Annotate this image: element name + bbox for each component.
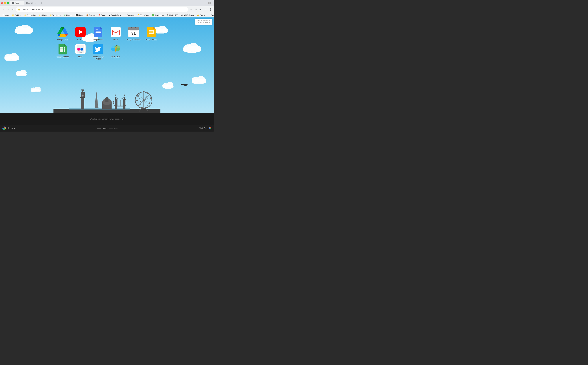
address-bar[interactable]: 🔒 Chrome chrome://apps <box>16 7 189 12</box>
bookmark-amazon-label: Amazon <box>89 14 95 16</box>
bookmark-mmo-label: MMO-Champ <box>184 14 194 16</box>
bookmark-affiliate[interactable]: 📁 Affiliate <box>37 13 48 17</box>
svg-point-16 <box>25 27 33 34</box>
bookmark-mmo[interactable]: 🎮 MMO-Champ <box>180 13 196 17</box>
web-store-label: Web Store <box>200 127 208 129</box>
bookmark-gmail[interactable]: M Gmail <box>97 13 107 17</box>
folder-icon-2: 📁 <box>24 14 26 16</box>
app-tweetdeck[interactable]: TweetDeck by Twitter <box>90 44 106 60</box>
page-dot-1[interactable]: Apps <box>97 127 106 129</box>
bookmark-apps[interactable]: Apps <box>1 13 10 17</box>
page-1-label: Apps <box>102 127 106 129</box>
flickr-icon: flickr <box>75 44 86 55</box>
libsyn-icon: L <box>76 14 78 16</box>
app-youtube[interactable]: YouTube <box>73 27 88 41</box>
bookmark-libsyn[interactable]: L Libsyn <box>74 13 85 17</box>
app-google-docs[interactable]: Google Docs <box>90 27 106 41</box>
bookmark-bjk[interactable]: 🔑 BJK cPanel <box>136 13 150 17</box>
svg-rect-83 <box>69 108 130 110</box>
svg-marker-92 <box>95 90 98 108</box>
bookmark-amazon[interactable]: 📦 Amazon <box>85 13 97 17</box>
bookmark-apps-label: Apps <box>5 14 9 16</box>
svg-rect-7 <box>210 3 211 4</box>
google-drive-icon <box>57 27 68 37</box>
close-button[interactable] <box>1 2 3 4</box>
app-pixlr[interactable]: Pixlr Editor <box>108 44 123 60</box>
lock-icon: 🔒 <box>18 8 20 11</box>
cloud-1 <box>14 24 34 35</box>
tab-apps[interactable]: Apps ✕ <box>10 1 24 5</box>
toolbar-actions: ☆ ⋮ <box>189 7 213 12</box>
bookmark-flexjobs[interactable]: f Flexjobs <box>62 13 74 17</box>
bookmark-podcasting[interactable]: 📁 Podcasting <box>23 13 37 17</box>
svg-marker-104 <box>115 95 116 97</box>
next-page-arrow[interactable]: › <box>211 69 212 73</box>
bookmark-affiliate-label: Affiliate <box>41 14 47 16</box>
cast-button[interactable] <box>194 7 198 12</box>
minimize-button[interactable] <box>4 2 6 4</box>
window-icon-area <box>207 2 213 4</box>
svg-rect-58 <box>129 30 137 31</box>
bookmark-bjk-label: BJK cPanel <box>140 14 149 16</box>
back-button[interactable]: ← <box>1 7 6 12</box>
bookmark-button[interactable]: ☆ <box>189 7 193 12</box>
svg-point-71 <box>77 48 80 51</box>
extensions-button[interactable] <box>198 7 203 12</box>
forward-button[interactable]: → <box>6 7 10 12</box>
bookmark-gdrive[interactable]: ▲ Google Drive <box>107 13 122 17</box>
chrome-text: chrome <box>7 127 16 130</box>
cloud-7 <box>191 76 206 84</box>
svg-point-35 <box>193 45 201 52</box>
app-google-calendar[interactable]: 31 Google Calendar <box>126 27 141 41</box>
app-google-slides[interactable]: Google Slides <box>144 27 159 41</box>
google-calendar-label: Google Calendar <box>127 39 141 41</box>
profile-button[interactable] <box>204 7 208 12</box>
title-bar: Apps ✕ New Tab ✕ + <box>0 0 214 6</box>
app-google-drive[interactable]: Google Drive <box>55 27 70 41</box>
window-icon <box>208 2 211 4</box>
svg-point-121 <box>143 99 145 101</box>
signin-line1: New to Chrome? <box>197 20 210 22</box>
maximize-button[interactable] <box>7 2 9 4</box>
new-tab-button[interactable]: + <box>39 1 44 5</box>
svg-rect-56 <box>128 28 139 30</box>
menu-button[interactable]: ⋮ <box>209 7 213 12</box>
svg-rect-133 <box>137 95 139 97</box>
wave-icon: 〰 <box>208 14 210 16</box>
reload-button[interactable]: ↻ <box>11 7 15 12</box>
google-sheets-icon <box>57 44 68 55</box>
bookmark-gmail-label: Gmail <box>101 14 105 16</box>
svg-rect-132 <box>136 100 138 101</box>
svg-marker-105 <box>124 95 125 97</box>
app-gmail[interactable]: Gmail <box>108 27 123 41</box>
watermark-text: Weather Time London | www.rrapps.co.uk <box>90 118 124 120</box>
google-slides-icon <box>146 27 157 37</box>
app-google-sheets[interactable]: Google Sheets <box>55 44 70 60</box>
chrome-logo-area: chrome <box>2 126 16 130</box>
london-skyline <box>0 89 214 113</box>
web-store-button[interactable]: Web Store <box>200 127 211 129</box>
apps-row-2: Google Sheets flickr <box>55 44 159 60</box>
page-dot-2[interactable]: Apps <box>109 127 118 129</box>
bookmark-quickbooks[interactable]: QB Quickbooks <box>150 13 165 17</box>
address-path: chrome://apps <box>31 8 43 11</box>
bookmark-wave-label: Wave <box>211 14 214 16</box>
bookmark-wave[interactable]: 〰 Wave <box>207 13 214 17</box>
svg-rect-99 <box>115 99 117 109</box>
page-indicators: Apps Apps <box>97 127 118 129</box>
bookmark-facebook[interactable]: f Facebook <box>123 13 136 17</box>
app-flickr[interactable]: flickr Flickr <box>73 44 88 60</box>
svg-rect-129 <box>145 107 147 108</box>
tab-apps-close[interactable]: ✕ <box>20 2 23 4</box>
bookmark-wordpress[interactable]: 📁 Wordpress <box>48 13 62 17</box>
svg-rect-60 <box>135 27 136 28</box>
bookmark-kindle-label: Kindle KDP <box>169 14 178 16</box>
tab-new-tab[interactable]: New Tab ✕ <box>24 1 39 5</box>
page-2-label: Apps <box>114 127 118 129</box>
svg-text:31: 31 <box>131 31 136 36</box>
bookmark-signin[interactable]: 🔐 Sign In <box>196 13 206 17</box>
tab-newtab-close[interactable]: ✕ <box>34 2 37 4</box>
bookmark-kindle[interactable]: 📚 Kindle KDP <box>165 13 179 17</box>
grid-icon <box>3 14 4 16</box>
bookmark-webdev[interactable]: 📁 WebDev <box>11 13 23 17</box>
